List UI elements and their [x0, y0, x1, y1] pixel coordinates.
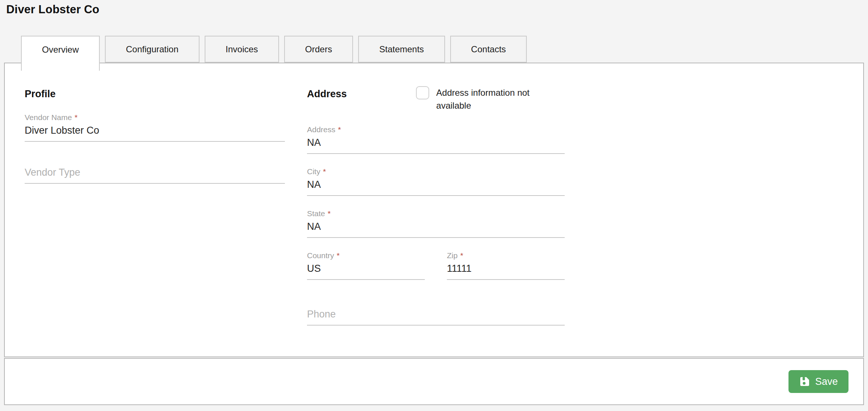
- required-asterisk: *: [323, 167, 326, 176]
- state-input[interactable]: NA: [307, 221, 565, 238]
- country-input[interactable]: US: [307, 263, 425, 280]
- phone-field: Phone: [307, 296, 565, 326]
- address-input[interactable]: NA: [307, 137, 565, 154]
- state-field: State * NA: [307, 208, 565, 238]
- required-asterisk: *: [337, 251, 340, 260]
- address-na-checkbox[interactable]: [416, 86, 429, 99]
- address-na-checkbox-label[interactable]: Address information not available: [436, 86, 558, 112]
- required-asterisk: *: [460, 251, 463, 260]
- tab-statements[interactable]: Statements: [358, 36, 445, 63]
- profile-section: Profile Vendor Name * Diver Lobster Co V…: [25, 80, 285, 326]
- tab-invoices[interactable]: Invoices: [205, 36, 279, 63]
- vendor-name-label: Vendor Name *: [25, 112, 285, 122]
- phone-label-spacer: [307, 296, 565, 306]
- zip-label: Zip *: [447, 250, 565, 260]
- city-label-text: City: [307, 167, 320, 176]
- page-title: Diver Lobster Co: [6, 3, 99, 16]
- vendor-name-input[interactable]: Diver Lobster Co: [25, 125, 285, 142]
- state-label-text: State: [307, 209, 325, 218]
- tab-orders[interactable]: Orders: [284, 36, 353, 63]
- city-field: City * NA: [307, 166, 565, 196]
- address-heading: Address: [307, 88, 347, 100]
- address-label-text: Address: [307, 125, 335, 134]
- address-label: Address *: [307, 124, 565, 134]
- tab-bar: Overview Configuration Invoices Orders S…: [21, 36, 527, 71]
- phone-input[interactable]: Phone: [307, 309, 565, 326]
- required-asterisk: *: [338, 125, 341, 134]
- save-button[interactable]: Save: [788, 370, 848, 393]
- country-field: Country * US: [307, 250, 425, 280]
- city-input[interactable]: NA: [307, 179, 565, 196]
- save-button-label: Save: [815, 376, 838, 387]
- required-asterisk: *: [74, 113, 77, 122]
- address-na-checkbox-group: Address information not available: [416, 86, 558, 112]
- required-asterisk: *: [328, 209, 331, 218]
- tab-overview[interactable]: Overview: [21, 36, 100, 71]
- state-label: State *: [307, 208, 565, 218]
- overview-tab-panel: Profile Vendor Name * Diver Lobster Co V…: [4, 63, 864, 357]
- country-label-text: Country: [307, 251, 334, 260]
- profile-heading: Profile: [25, 88, 285, 100]
- vendor-type-field: Vendor Type: [25, 154, 285, 184]
- address-section: Address Address information not availabl…: [307, 80, 565, 326]
- address-field: Address * NA: [307, 124, 565, 154]
- tab-contacts[interactable]: Contacts: [450, 36, 527, 63]
- vendor-name-label-text: Vendor Name: [25, 113, 72, 122]
- form-action-bar: Save: [4, 358, 864, 405]
- zip-label-text: Zip: [447, 251, 458, 260]
- zip-field: Zip * 11111: [447, 250, 565, 280]
- vendor-type-input[interactable]: Vendor Type: [25, 167, 285, 184]
- zip-input[interactable]: 11111: [447, 263, 565, 280]
- save-icon: [799, 376, 810, 387]
- tab-configuration[interactable]: Configuration: [105, 36, 200, 63]
- city-label: City *: [307, 166, 565, 176]
- vendor-type-label-spacer: [25, 154, 285, 164]
- vendor-name-field: Vendor Name * Diver Lobster Co: [25, 112, 285, 142]
- country-label: Country *: [307, 250, 425, 260]
